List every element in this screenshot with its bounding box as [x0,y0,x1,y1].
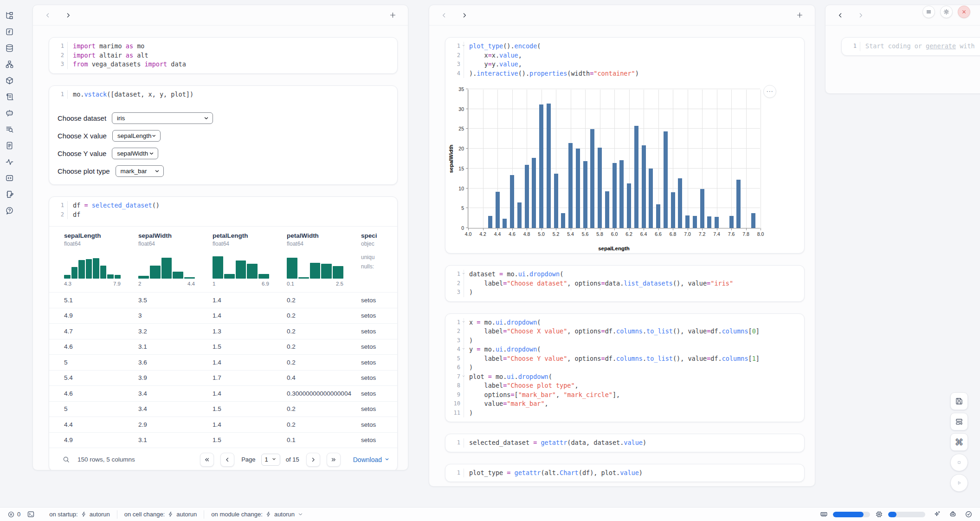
help-icon[interactable] [3,204,15,216]
table-row[interactable]: 4.931.40.2setos [49,308,397,324]
layout-button[interactable] [950,413,968,430]
stop-button[interactable] [950,454,968,471]
chart-bar[interactable] [642,145,646,228]
logs-search-icon[interactable] [3,123,15,135]
chart-bar[interactable] [671,192,675,228]
chart-bar[interactable] [510,175,514,228]
chart-bar[interactable] [649,169,653,228]
chart-actions-button[interactable]: ⋯ [763,85,776,98]
chart-bar[interactable] [568,143,573,228]
chart-bar[interactable] [503,219,507,228]
chart-bar[interactable] [707,216,711,228]
chart-bar[interactable] [678,178,682,228]
chart-bar[interactable] [547,104,551,228]
scroll-icon[interactable] [3,91,15,103]
y-value-select[interactable]: sepalWidth [112,148,158,159]
tracing-icon[interactable] [3,156,15,168]
table-row[interactable]: 4.63.11.50.2setos [49,339,397,355]
table-row[interactable]: 53.61.40.2setos [49,354,397,370]
chart-bar[interactable] [561,213,565,228]
chart-bar[interactable] [664,131,668,228]
dataset-select[interactable]: iris [112,112,213,124]
autorun-setting[interactable]: on startup: autorun [42,510,117,519]
fold-toggle-icon[interactable] [462,347,465,351]
settings-button[interactable] [940,6,953,18]
table-row[interactable]: 4.73.21.30.2setos [49,323,397,339]
chart-bar[interactable] [496,192,500,228]
snippets-icon[interactable] [3,172,15,184]
code-editor[interactable]: 1selected_dataset = getattr(data, datase… [445,434,804,452]
code-editor[interactable]: 1import marimo as mo2import altair as al… [49,38,397,73]
database-icon[interactable] [3,42,15,54]
table-column-header[interactable]: petalWidthfloat640.12.5 [287,232,361,287]
connected-icon[interactable] [965,510,973,518]
page-select[interactable]: 1 [261,454,280,466]
chart-bar[interactable] [488,216,492,228]
next-page-button[interactable] [306,453,320,467]
file-tree-icon[interactable] [3,9,15,21]
code-editor[interactable]: 1dataset = mo.ui.dropdown(2 label="Choos… [445,266,804,301]
chart-bar[interactable] [751,213,755,228]
download-button[interactable]: Download [353,456,390,463]
x-value-select[interactable]: sepalLength [112,130,161,142]
menu-button[interactable] [922,6,935,18]
chart-bar[interactable] [715,217,719,228]
chart-bar[interactable] [525,165,529,228]
table-column-header[interactable]: petalLengthfloat6416.9 [213,232,287,287]
table-column-header[interactable]: sepalLengthfloat644.37.9 [64,232,138,287]
run-button[interactable] [950,474,968,492]
copilot-icon[interactable] [949,510,957,518]
chart-bar[interactable] [729,216,734,228]
table-row[interactable]: 53.41.50.2setos [49,401,397,417]
keyboard-shortcuts-button[interactable]: ⌘ [950,433,968,451]
table-row[interactable]: 5.43.91.70.4setos [49,370,397,386]
chart-bar[interactable] [693,216,697,228]
search-icon[interactable] [62,456,70,463]
chart-bar[interactable] [634,126,638,228]
chart-bar[interactable] [685,215,690,228]
plot-type-select[interactable]: mark_bar [116,165,164,177]
chart-bar[interactable] [627,183,631,228]
autorun-setting[interactable]: on cell change: autorun [117,510,205,519]
documentation-icon[interactable] [3,139,15,151]
chart-bar[interactable] [554,174,558,228]
ai-sparkle-icon[interactable] [933,510,941,518]
shutdown-button[interactable] [958,6,970,18]
errors-indicator[interactable]: 0 [7,511,20,518]
dependency-graph-icon[interactable] [3,58,15,70]
table-row[interactable]: 4.42.91.40.2setos [49,417,397,432]
chart-bar[interactable] [700,189,704,228]
chart-bar[interactable] [517,202,522,228]
chart-bar[interactable] [612,163,617,228]
chart-bar[interactable] [532,158,536,228]
empty-cell-input[interactable]: Start coding or generate with [865,42,979,51]
scratchpad-icon[interactable] [3,188,15,200]
fold-toggle-icon[interactable] [462,272,465,275]
chart-bar[interactable] [619,160,624,228]
table-column-header[interactable]: sepalWidthfloat6424.4 [138,232,213,287]
code-editor[interactable]: 1plot_type = getattr(alt.Chart(df), plot… [445,464,804,482]
chart-bar[interactable] [583,161,587,228]
code-editor[interactable]: 1plot_type().encode(2 x=x.value,3 y=y.va… [445,38,804,82]
ram-meter[interactable] [833,512,870,517]
fold-toggle-icon[interactable] [462,44,465,47]
code-editor[interactable]: 1mo.vstack([dataset, x, y, plot]) [49,86,397,104]
first-page-button[interactable] [200,453,214,467]
functions-icon[interactable] [3,26,15,38]
column-prev-button[interactable] [440,12,448,19]
column-prev-button[interactable] [44,12,52,19]
column-prev-button[interactable] [837,12,844,19]
chart-bar[interactable] [736,180,741,228]
last-page-button[interactable] [327,453,341,467]
chart-bar[interactable] [656,204,660,228]
add-column-button[interactable] [796,11,804,19]
chart-bar[interactable] [539,104,543,228]
code-editor[interactable]: 1df = selected_dataset()2df [49,197,397,223]
add-column-button[interactable] [389,11,397,19]
table-row[interactable]: 5.13.51.40.2setos [49,292,397,308]
column-next-button[interactable] [461,12,468,19]
save-button[interactable] [950,392,968,410]
autorun-setting[interactable]: on module change: autorun [204,510,310,519]
cpu-meter[interactable] [888,512,925,517]
column-next-button[interactable] [857,12,864,19]
